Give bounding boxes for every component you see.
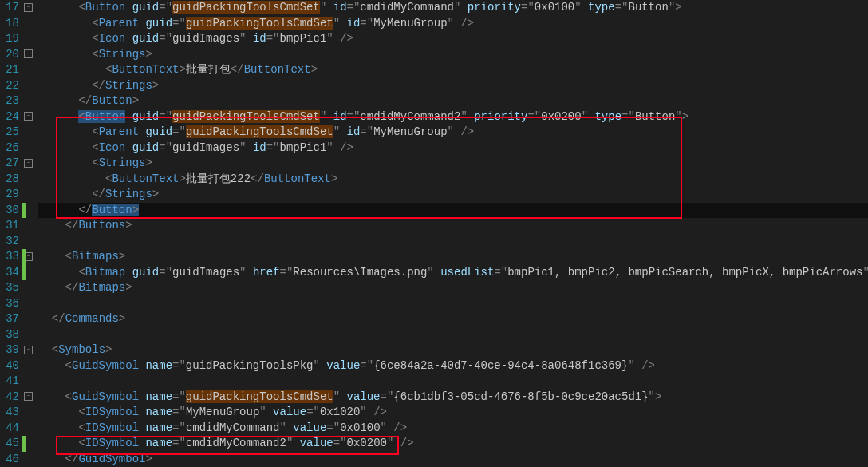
code-line[interactable] (38, 374, 868, 390)
fold-toggle[interactable]: - (24, 112, 33, 121)
line-number: 23 (0, 93, 19, 109)
line-number: 27 (0, 156, 19, 172)
code-line[interactable]: </Bitmaps> (38, 280, 868, 296)
line-number: 32 (0, 234, 19, 250)
code-line[interactable] (38, 296, 868, 312)
line-number: 38 (0, 327, 19, 343)
line-number: 30 (0, 203, 19, 219)
modified-marker (22, 436, 26, 452)
code-line[interactable]: </Button> (38, 203, 868, 219)
line-number: 25 (0, 125, 19, 140)
code-line[interactable]: <IDSymbol name="cmdidMyCommand" value="0… (38, 421, 868, 437)
line-number: 17 (0, 0, 19, 16)
fold-toggle[interactable]: - (24, 3, 33, 12)
code-area[interactable]: <Button guid="guidPackingToolsCmdSet" id… (35, 0, 868, 467)
line-number: 31 (0, 218, 19, 234)
line-number: 41 (0, 374, 19, 390)
code-line[interactable]: <ButtonText>批量打包222</ButtonText> (38, 172, 868, 188)
line-number: 45 (0, 436, 19, 452)
code-line[interactable]: <Button guid="guidPackingToolsCmdSet" id… (38, 109, 868, 125)
code-line[interactable]: <GuidSymbol name="guidPackingToolsCmdSet… (38, 390, 868, 406)
code-editor[interactable]: 17 18 19 20 21 22 23 24 25 26 27 28 29 3… (0, 0, 868, 467)
fold-toggle[interactable]: - (24, 49, 33, 58)
code-line[interactable]: <Parent guid="guidPackingToolsCmdSet" id… (38, 125, 868, 140)
fold-toggle[interactable]: - (24, 346, 33, 354)
code-line[interactable]: <Symbols> (38, 342, 868, 358)
code-line[interactable]: </GuidSymbol> (38, 452, 868, 468)
line-number: 43 (0, 405, 19, 421)
code-line[interactable] (38, 327, 868, 343)
line-number: 39 (0, 342, 19, 358)
line-number: 33 (0, 249, 19, 265)
fold-toggle[interactable]: - (24, 392, 33, 401)
code-line[interactable]: <Bitmap guid="guidImages" href="Resource… (38, 265, 868, 281)
modified-marker (22, 203, 26, 219)
line-number: 35 (0, 280, 19, 296)
line-number: 19 (0, 31, 19, 47)
line-number: 22 (0, 78, 19, 94)
code-line[interactable]: <IDSymbol name="MyMenuGroup" value="0x10… (38, 405, 868, 421)
code-line[interactable]: </Strings> (38, 78, 868, 94)
code-line[interactable]: </Buttons> (38, 218, 868, 234)
line-number: 34 (0, 265, 19, 281)
code-line[interactable]: <IDSymbol name="cmdidMyCommand2" value="… (38, 436, 868, 452)
code-line[interactable]: <Button guid="guidPackingToolsCmdSet" id… (38, 0, 868, 16)
code-line[interactable]: <GuidSymbol name="guidPackingToolsPkg" v… (38, 358, 868, 374)
code-line[interactable]: <Icon guid="guidImages" id="bmpPic1" /> (38, 140, 868, 156)
code-line[interactable]: <ButtonText>批量打包</ButtonText> (38, 62, 868, 78)
modified-marker (22, 249, 26, 265)
line-number: 40 (0, 358, 19, 374)
code-line[interactable]: </Button> (38, 93, 868, 109)
line-number: 36 (0, 296, 19, 312)
line-number: 44 (0, 421, 19, 437)
code-line[interactable] (38, 234, 868, 250)
code-line[interactable]: </Commands> (38, 311, 868, 327)
line-number: 37 (0, 311, 19, 327)
code-line[interactable]: <Strings> (38, 156, 868, 172)
line-number-gutter: 17 18 19 20 21 22 23 24 25 26 27 28 29 3… (0, 0, 22, 467)
code-line[interactable]: <Strings> (38, 47, 868, 63)
modified-marker (22, 265, 26, 281)
line-number: 21 (0, 62, 19, 78)
code-line[interactable]: <Bitmaps> (38, 249, 868, 265)
line-number: 20 (0, 47, 19, 63)
code-line[interactable]: <Icon guid="guidImages" id="bmpPic1" /> (38, 31, 868, 47)
line-number: 24 (0, 109, 19, 125)
line-number: 29 (0, 187, 19, 203)
line-number: 42 (0, 390, 19, 406)
line-number: 26 (0, 140, 19, 156)
code-line[interactable]: <Parent guid="guidPackingToolsCmdSet" id… (38, 16, 868, 32)
fold-toggle[interactable]: - (24, 159, 33, 168)
fold-column: - - - - - - - (22, 0, 35, 467)
line-number: 28 (0, 172, 19, 188)
line-number: 18 (0, 16, 19, 32)
line-number: 46 (0, 452, 19, 468)
code-line[interactable]: </Strings> (38, 187, 868, 203)
